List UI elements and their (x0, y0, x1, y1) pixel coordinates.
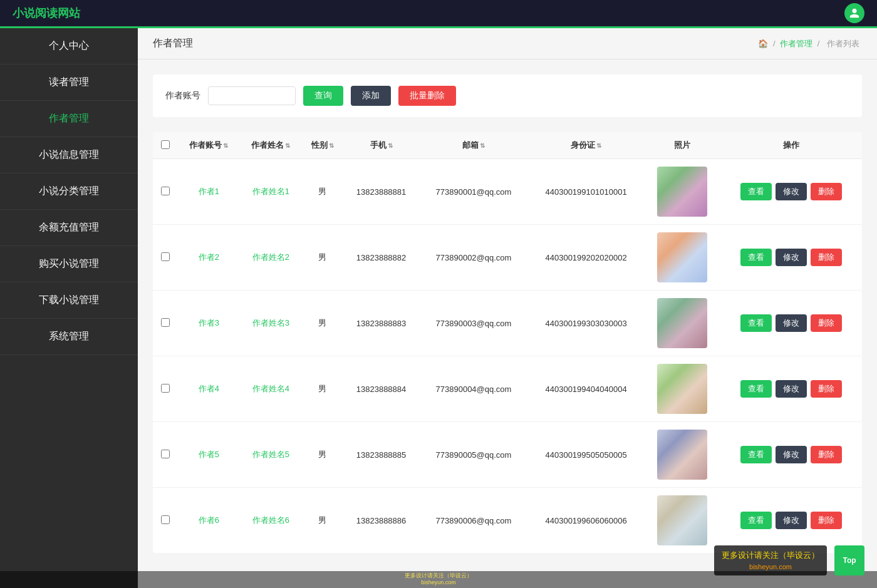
author-photo: 更多设计请关注（毕设云）bisheyun.com (657, 495, 707, 545)
row-checkbox-cell (153, 422, 178, 488)
row-author-name: 作者姓名4 (240, 356, 302, 422)
row-gender: 男 (302, 422, 343, 488)
sidebar-item-personal-center[interactable]: 个人中心 (0, 28, 138, 64)
edit-button[interactable]: 修改 (776, 446, 807, 463)
breadcrumb-home[interactable]: 🏠 (758, 39, 768, 48)
row-author-name: 作者姓名3 (240, 291, 302, 356)
table-row: 作者3 作者姓名3 男 13823888883 773890003@qq.com… (153, 291, 862, 356)
col-author-name: 作者姓名⇅ (240, 132, 302, 159)
row-author-id: 作者6 (178, 488, 240, 554)
table-row: 作者5 作者姓名5 男 13823888885 773890005@qq.com… (153, 422, 862, 488)
header: 小说阅读网站 (0, 0, 877, 28)
table-row: 作者6 作者姓名6 男 13823888886 773890006@qq.com… (153, 488, 862, 554)
search-bar: 作者账号 查询 添加 批量删除 (153, 75, 862, 117)
row-email: 773890001@qq.com (419, 159, 528, 225)
row-photo-cell (644, 225, 720, 291)
add-button[interactable]: 添加 (351, 86, 391, 106)
row-id-card: 440300199606060006 (528, 488, 644, 554)
delete-button[interactable]: 删除 (811, 249, 842, 266)
row-id-card: 440300199505050005 (528, 422, 644, 488)
delete-button[interactable]: 删除 (811, 446, 842, 463)
table-header-row: 作者账号⇅ 作者姓名⇅ 性别⇅ 手机⇅ 邮箱⇅ 身份证⇅ 照片 操作 (153, 132, 862, 159)
col-author-id: 作者账号⇅ (178, 132, 240, 159)
view-button[interactable]: 查看 (740, 380, 772, 398)
subheader: 作者管理 🏠 / 作者管理 / 作者列表 (138, 28, 877, 59)
row-email: 773890006@qq.com (419, 488, 528, 554)
breadcrumb-current: 作者列表 (827, 39, 859, 48)
row-phone: 13823888885 (343, 422, 419, 488)
row-photo-cell (644, 159, 720, 225)
row-author-name: 作者姓名6 (240, 488, 302, 554)
top-button[interactable]: Top (834, 545, 864, 575)
view-button[interactable]: 查看 (740, 183, 772, 200)
breadcrumb-parent[interactable]: 作者管理 (780, 39, 812, 48)
row-checkbox[interactable] (161, 450, 170, 458)
row-checkbox-cell (153, 159, 178, 225)
row-checkbox[interactable] (161, 384, 170, 393)
edit-button[interactable]: 修改 (776, 249, 807, 266)
row-email: 773890004@qq.com (419, 356, 528, 422)
photo-container (649, 232, 715, 282)
col-email: 邮箱⇅ (419, 132, 528, 159)
photo-container: 更多设计请关注（毕设云）bisheyun.com (649, 495, 715, 545)
delete-button[interactable]: 删除 (811, 183, 842, 200)
sidebar-item-balance-recharge-management[interactable]: 余额充值管理 (0, 210, 138, 246)
edit-button[interactable]: 修改 (776, 183, 807, 200)
sidebar-item-reader-management[interactable]: 读者管理 (0, 64, 138, 101)
edit-button[interactable]: 修改 (776, 314, 807, 332)
delete-button[interactable]: 删除 (811, 314, 842, 332)
view-button[interactable]: 查看 (740, 512, 772, 529)
sort-icon-id-card: ⇅ (596, 142, 601, 149)
row-action-cell: 查看 修改 删除 (720, 356, 862, 422)
edit-button[interactable]: 修改 (776, 380, 807, 398)
page-title: 作者管理 (153, 37, 193, 50)
author-photo (657, 232, 707, 282)
view-button[interactable]: 查看 (740, 314, 772, 332)
table-row: 作者2 作者姓名2 男 13823888882 773890002@qq.com… (153, 225, 862, 291)
sort-icon-email: ⇅ (480, 142, 485, 149)
content-area: 作者账号 查询 添加 批量删除 作者账号⇅ 作者姓名⇅ (138, 59, 877, 588)
row-phone: 13823888882 (343, 225, 419, 291)
batch-delete-button[interactable]: 批量删除 (398, 86, 456, 106)
row-photo-cell (644, 422, 720, 488)
sidebar-item-download-novel-management[interactable]: 下载小说管理 (0, 282, 138, 319)
breadcrumb-sep2: / (817, 39, 822, 48)
row-id-card: 440300199303030003 (528, 291, 644, 356)
author-photo (657, 430, 707, 480)
view-button[interactable]: 查看 (740, 446, 772, 463)
row-email: 773890005@qq.com (419, 422, 528, 488)
view-button[interactable]: 查看 (740, 249, 772, 266)
table-container: 作者账号⇅ 作者姓名⇅ 性别⇅ 手机⇅ 邮箱⇅ 身份证⇅ 照片 操作 (153, 132, 862, 553)
delete-button[interactable]: 删除 (811, 512, 842, 529)
row-author-id: 作者5 (178, 422, 240, 488)
sidebar-item-system-management[interactable]: 系统管理 (0, 319, 138, 355)
select-all-checkbox[interactable] (161, 140, 170, 149)
query-button[interactable]: 查询 (303, 86, 343, 106)
col-phone: 手机⇅ (343, 132, 419, 159)
row-photo-cell: 更多设计请关注（毕设云）bisheyun.com (644, 488, 720, 554)
row-gender: 男 (302, 225, 343, 291)
row-author-id: 作者2 (178, 225, 240, 291)
row-checkbox[interactable] (161, 187, 170, 195)
sidebar-item-buy-novel-management[interactable]: 购买小说管理 (0, 246, 138, 282)
row-author-id: 作者3 (178, 291, 240, 356)
row-gender: 男 (302, 356, 343, 422)
user-avatar[interactable] (844, 3, 864, 23)
author-photo (657, 167, 707, 217)
row-action-cell: 查看 修改 删除 (720, 488, 862, 554)
action-buttons: 查看 修改 删除 (725, 446, 857, 463)
row-checkbox[interactable] (161, 318, 170, 327)
sidebar-item-author-management[interactable]: 作者管理 (0, 101, 138, 137)
table-row: 作者1 作者姓名1 男 13823888881 773890001@qq.com… (153, 159, 862, 225)
row-checkbox[interactable] (161, 515, 170, 524)
sidebar-item-novel-info-management[interactable]: 小说信息管理 (0, 137, 138, 173)
search-input[interactable] (208, 86, 296, 105)
author-photo (657, 298, 707, 348)
delete-button[interactable]: 删除 (811, 380, 842, 398)
sidebar-item-novel-category-management[interactable]: 小说分类管理 (0, 173, 138, 210)
row-gender: 男 (302, 159, 343, 225)
row-gender: 男 (302, 488, 343, 554)
row-checkbox[interactable] (161, 252, 170, 261)
sort-icon-phone: ⇅ (388, 142, 393, 149)
edit-button[interactable]: 修改 (776, 512, 807, 529)
